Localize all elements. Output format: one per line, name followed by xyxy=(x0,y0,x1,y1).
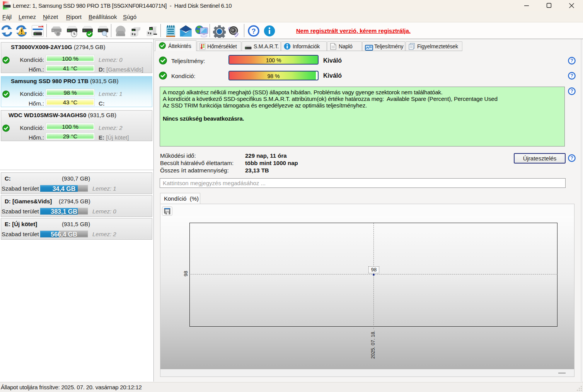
svg-text:?: ? xyxy=(570,58,573,63)
svg-text:?: ? xyxy=(570,89,573,94)
svg-text:?: ? xyxy=(252,27,256,35)
svg-text:?: ? xyxy=(570,73,573,78)
svg-text:?: ? xyxy=(570,155,573,161)
